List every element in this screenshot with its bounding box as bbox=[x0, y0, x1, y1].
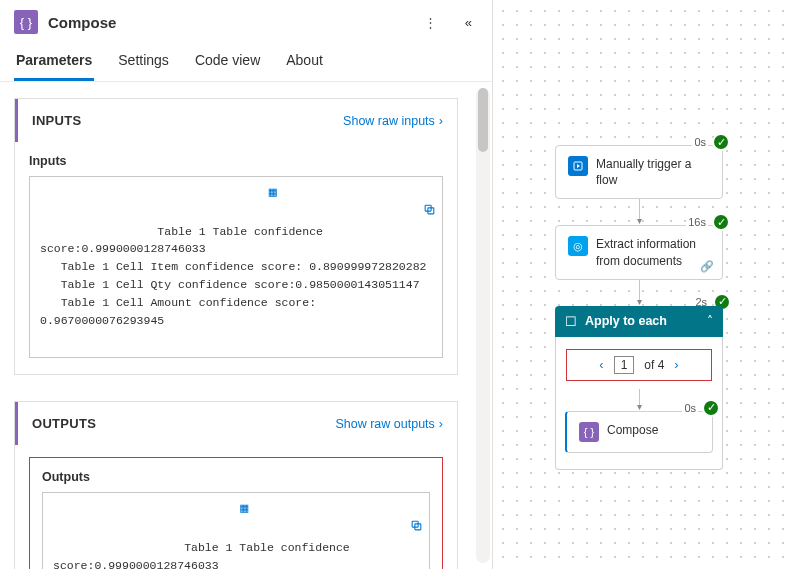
extract-label: Extract information from documents bbox=[596, 236, 710, 268]
more-menu-icon[interactable]: ⋮ bbox=[418, 11, 443, 34]
show-raw-outputs-link[interactable]: Show raw outputs › bbox=[335, 417, 443, 431]
compose-icon: { } bbox=[579, 422, 599, 442]
trigger-icon bbox=[568, 156, 588, 176]
tab-parameters[interactable]: Parameters bbox=[14, 42, 94, 81]
tab-settings[interactable]: Settings bbox=[116, 42, 171, 81]
outputs-highlight-box: Outputs ▦ Table 1 Table confidence score… bbox=[29, 457, 443, 569]
show-raw-inputs-label: Show raw inputs bbox=[343, 114, 435, 128]
show-raw-inputs-link[interactable]: Show raw inputs › bbox=[343, 114, 443, 128]
chevron-up-icon[interactable]: ˄ bbox=[707, 314, 713, 328]
node-extract[interactable]: 16s ✓ ◎ Extract information from documen… bbox=[555, 225, 723, 279]
success-check-icon: ✓ bbox=[712, 133, 730, 151]
outputs-label: Outputs bbox=[42, 470, 430, 484]
success-check-icon: ✓ bbox=[712, 213, 730, 231]
outputs-value-box: ▦ Table 1 Table confidence score:0.99900… bbox=[42, 492, 430, 569]
inputs-card: INPUTS Show raw inputs › Inputs ▦ bbox=[14, 98, 458, 375]
tab-bar: Parameters Settings Code view About bbox=[0, 42, 492, 82]
loop-pager: ‹ 1 of 4 › bbox=[566, 349, 712, 381]
success-check-icon: ✓ bbox=[702, 399, 720, 417]
show-raw-outputs-label: Show raw outputs bbox=[335, 417, 434, 431]
collapse-panel-icon[interactable]: « bbox=[459, 11, 478, 34]
compose-icon: { } bbox=[14, 10, 38, 34]
node-compose[interactable]: 0s ✓ { } Compose bbox=[565, 411, 713, 453]
tab-about[interactable]: About bbox=[284, 42, 325, 81]
compose-duration: 0s bbox=[682, 402, 698, 414]
scrollbar-track[interactable] bbox=[476, 88, 490, 563]
trigger-duration: 0s bbox=[692, 136, 708, 148]
scrollbar-thumb[interactable] bbox=[478, 88, 488, 152]
node-apply-to-each[interactable]: ☐ Apply to each ˄ bbox=[555, 306, 723, 337]
flow-connector: ▾ bbox=[639, 199, 640, 225]
compose-label: Compose bbox=[607, 422, 658, 438]
pager-of-label: of 4 bbox=[644, 358, 664, 372]
inputs-heading: INPUTS bbox=[32, 113, 343, 128]
extract-duration: 16s bbox=[686, 216, 708, 228]
pager-current[interactable]: 1 bbox=[614, 356, 635, 374]
grid-view-icon[interactable]: ▦ bbox=[269, 183, 277, 243]
pager-next-icon[interactable]: › bbox=[674, 357, 678, 372]
inputs-value-box: ▦ Table 1 Table confidence score:0.99900… bbox=[29, 176, 443, 358]
ai-builder-icon: ◎ bbox=[568, 236, 588, 256]
loop-body: ‹ 1 of 4 › ▾ 0s ✓ { } Compose bbox=[555, 337, 723, 470]
loop-icon: ☐ bbox=[565, 314, 577, 329]
panel-title: Compose bbox=[48, 14, 408, 31]
copy-icon[interactable] bbox=[254, 499, 423, 559]
connection-link-icon: 🔗 bbox=[700, 260, 714, 273]
pager-prev-icon[interactable]: ‹ bbox=[599, 357, 603, 372]
outputs-card: OUTPUTS Show raw outputs › Outputs ▦ bbox=[14, 401, 458, 569]
copy-icon[interactable] bbox=[283, 183, 436, 243]
chevron-right-icon: › bbox=[439, 417, 443, 431]
loop-label: Apply to each bbox=[585, 314, 667, 328]
trigger-label: Manually trigger a flow bbox=[596, 156, 710, 188]
tab-code-view[interactable]: Code view bbox=[193, 42, 262, 81]
outputs-heading: OUTPUTS bbox=[32, 416, 335, 431]
grid-view-icon[interactable]: ▦ bbox=[240, 499, 248, 559]
inputs-label: Inputs bbox=[29, 154, 443, 168]
flow-connector: ▾ bbox=[639, 389, 640, 411]
node-trigger[interactable]: 0s ✓ Manually trigger a flow bbox=[555, 145, 723, 199]
chevron-right-icon: › bbox=[439, 114, 443, 128]
flow-connector: ▾ bbox=[639, 280, 640, 306]
